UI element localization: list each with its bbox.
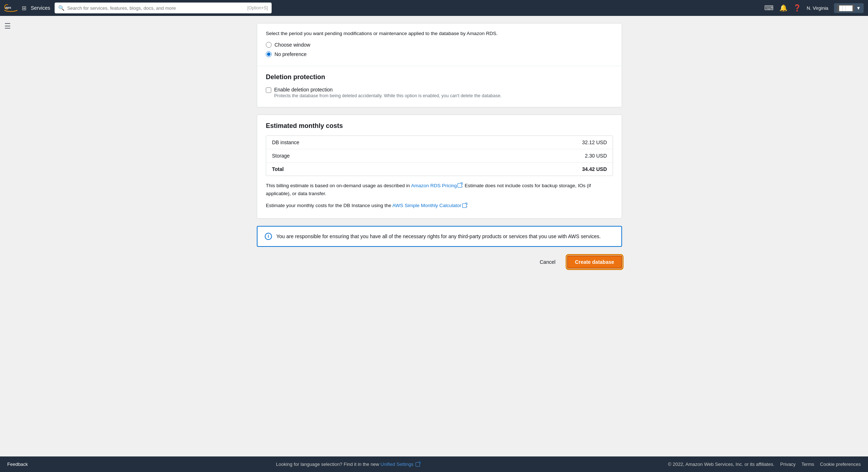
storage-label: Storage bbox=[272, 153, 290, 159]
layout: ☰ Select the period you want pending mod… bbox=[0, 16, 868, 456]
calculator-pre: Estimate your monthly costs for the DB I… bbox=[266, 203, 392, 208]
calculator-note: Estimate your monthly costs for the DB I… bbox=[266, 202, 613, 210]
maintenance-description: Select the period you want pending modif… bbox=[266, 31, 613, 36]
no-preference-label: No preference bbox=[275, 51, 307, 57]
search-icon: 🔍 bbox=[58, 5, 64, 11]
total-row: Total 34.42 USD bbox=[266, 163, 613, 176]
services-nav[interactable]: Services bbox=[31, 5, 50, 11]
billing-note: This billing estimate is based on on-dem… bbox=[266, 182, 613, 197]
main-content: Select the period you want pending modif… bbox=[235, 16, 633, 456]
copyright: © 2022, Amazon Web Services, Inc. or its… bbox=[668, 462, 775, 467]
info-notice: i You are responsible for ensuring that … bbox=[257, 226, 622, 247]
search-bar[interactable]: 🔍 [Option+S] bbox=[55, 3, 272, 13]
deletion-protection-hint: Protects the database from being deleted… bbox=[274, 93, 502, 98]
help-icon[interactable]: ❓ bbox=[793, 4, 801, 12]
db-instance-label: DB instance bbox=[272, 140, 299, 145]
total-label: Total bbox=[272, 166, 284, 172]
no-preference-option[interactable]: No preference bbox=[266, 51, 613, 57]
deletion-protection-title: Deletion protection bbox=[266, 73, 613, 81]
create-database-button[interactable]: Create database bbox=[567, 256, 622, 269]
costs-title: Estimated monthly costs bbox=[266, 122, 613, 130]
terms-link[interactable]: Terms bbox=[801, 462, 814, 467]
deletion-protection-checkbox[interactable] bbox=[266, 87, 271, 93]
top-nav: aws ⊞ Services 🔍 [Option+S] ⌨ 🔔 ❓ N. Vir… bbox=[0, 0, 868, 16]
db-instance-row: DB instance 32.12 USD bbox=[266, 136, 613, 149]
calculator-link[interactable]: AWS Simple Monthly Calculator bbox=[392, 203, 461, 208]
db-instance-value: 32.12 USD bbox=[582, 140, 607, 145]
region-selector[interactable]: N. Virginia bbox=[807, 5, 829, 11]
deletion-protection-section: Deletion protection Enable deletion prot… bbox=[257, 66, 622, 107]
costs-section: Estimated monthly costs DB instance 32.1… bbox=[257, 115, 622, 218]
choose-window-option[interactable]: Choose window bbox=[266, 42, 613, 48]
account-label: ████ bbox=[837, 5, 855, 12]
ext-link-calc bbox=[462, 203, 467, 208]
unified-settings-link[interactable]: Unified Settings bbox=[380, 462, 413, 467]
privacy-link[interactable]: Privacy bbox=[780, 462, 796, 467]
maintenance-radio-group: Choose window No preference bbox=[266, 42, 613, 57]
info-text: You are responsible for ensuring that yo… bbox=[276, 232, 601, 240]
nav-right: ⌨ 🔔 ❓ N. Virginia ████ ▼ bbox=[764, 3, 864, 13]
estimated-costs-card: Estimated monthly costs DB instance 32.1… bbox=[257, 115, 622, 219]
terminal-icon[interactable]: ⌨ bbox=[764, 4, 774, 12]
action-bar: Cancel Create database bbox=[257, 256, 622, 269]
footer-lang-pre: Looking for language selection? Find it … bbox=[276, 462, 380, 467]
storage-value: 2.30 USD bbox=[585, 153, 607, 159]
ext-link-rds bbox=[458, 183, 462, 188]
maintenance-card: Select the period you want pending modif… bbox=[257, 23, 622, 107]
total-value: 34.42 USD bbox=[582, 166, 607, 172]
choose-window-label: Choose window bbox=[275, 42, 310, 48]
storage-row: Storage 2.30 USD bbox=[266, 149, 613, 163]
aws-logo[interactable]: aws bbox=[4, 4, 17, 12]
deletion-protection-checkbox-group[interactable]: Enable deletion protection Protects the … bbox=[266, 87, 613, 98]
bell-icon[interactable]: 🔔 bbox=[779, 4, 787, 12]
ext-link-settings bbox=[416, 462, 420, 467]
costs-table: DB instance 32.12 USD Storage 2.30 USD T… bbox=[266, 136, 613, 176]
footer-lang: Looking for language selection? Find it … bbox=[34, 462, 662, 467]
maintenance-section: Select the period you want pending modif… bbox=[257, 23, 622, 66]
cookie-preferences-link[interactable]: Cookie preferences bbox=[820, 462, 861, 467]
svg-text:aws: aws bbox=[5, 6, 11, 9]
search-shortcut: [Option+S] bbox=[247, 5, 268, 10]
account-menu[interactable]: ████ ▼ bbox=[834, 3, 864, 13]
billing-note-pre: This billing estimate is based on on-dem… bbox=[266, 183, 411, 188]
info-icon: i bbox=[265, 233, 272, 240]
choose-window-radio[interactable] bbox=[266, 42, 272, 48]
search-input[interactable] bbox=[67, 5, 244, 11]
footer: Feedback Looking for language selection?… bbox=[0, 456, 868, 472]
deletion-protection-label-text: Enable deletion protection bbox=[274, 87, 502, 93]
no-preference-radio[interactable] bbox=[266, 51, 272, 57]
rds-pricing-link[interactable]: Amazon RDS Pricing bbox=[411, 183, 457, 188]
grid-icon[interactable]: ⊞ bbox=[22, 5, 26, 12]
feedback-link[interactable]: Feedback bbox=[7, 462, 28, 467]
account-chevron: ▼ bbox=[856, 5, 861, 11]
deletion-protection-label[interactable]: Enable deletion protection Protects the … bbox=[274, 87, 502, 98]
cancel-button[interactable]: Cancel bbox=[534, 256, 561, 268]
footer-right: © 2022, Amazon Web Services, Inc. or its… bbox=[668, 462, 861, 467]
sidebar-toggle[interactable]: ☰ bbox=[0, 16, 16, 36]
